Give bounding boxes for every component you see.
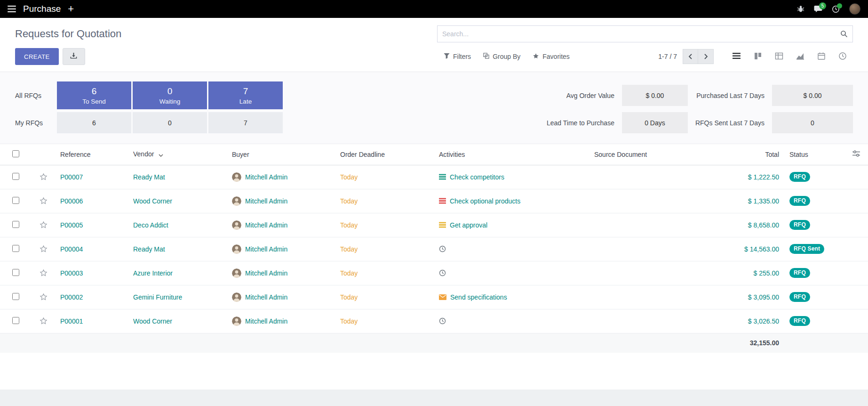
kpi-avg-order-value[interactable]: $ 0.00 <box>622 85 688 106</box>
reference-link[interactable]: P00005 <box>60 221 83 229</box>
activity-link[interactable]: Send specifications <box>450 293 507 301</box>
rfq-table-row[interactable]: P00005 Deco Addict Mitchell Admin Today … <box>0 213 868 237</box>
clock-icon[interactable] <box>439 269 446 276</box>
search-icon[interactable] <box>840 30 848 38</box>
activity-link[interactable]: Check optional products <box>450 197 520 205</box>
favorite-star-icon[interactable] <box>40 317 48 325</box>
header-vendor[interactable]: Vendor <box>129 144 228 165</box>
debug-bug-icon[interactable] <box>797 5 804 13</box>
reference-link[interactable]: P00002 <box>60 293 83 301</box>
row-checkbox[interactable] <box>12 221 19 228</box>
list-view-icon <box>732 51 741 62</box>
row-checkbox[interactable] <box>12 293 19 300</box>
buyer-link[interactable]: Mitchell Admin <box>245 317 287 325</box>
row-checkbox[interactable] <box>12 173 19 180</box>
vendor-link[interactable]: Ready Mat <box>133 245 165 253</box>
plus-icon[interactable]: + <box>68 4 74 14</box>
view-activity-button[interactable] <box>832 49 853 64</box>
rfq-table-row[interactable]: P00006 Wood Corner Mitchell Admin Today … <box>0 189 868 213</box>
vendor-link[interactable]: Wood Corner <box>133 317 172 325</box>
buyer-link[interactable]: Mitchell Admin <box>245 293 287 301</box>
activities-clock-icon[interactable] <box>832 5 840 13</box>
rfq-table-row[interactable]: P00002 Gemini Furniture Mitchell Admin T… <box>0 285 868 309</box>
apps-menu-icon[interactable] <box>8 6 16 12</box>
header-status[interactable]: Status <box>786 144 844 165</box>
reference-link[interactable]: P00007 <box>60 173 83 181</box>
tile-late[interactable]: 7 Late <box>208 81 283 109</box>
buyer-link[interactable]: Mitchell Admin <box>245 173 287 181</box>
buyer-link[interactable]: Mitchell Admin <box>245 221 287 229</box>
search-box[interactable] <box>437 25 853 42</box>
my-to-send-tile[interactable]: 6 <box>57 112 131 133</box>
clock-icon[interactable] <box>439 245 446 252</box>
app-name[interactable]: Purchase <box>23 4 61 14</box>
favorite-star-icon[interactable] <box>40 197 48 205</box>
tile-to-send[interactable]: 6 To Send <box>57 81 131 109</box>
row-checkbox[interactable] <box>12 269 19 276</box>
header-reference[interactable]: Reference <box>56 144 129 165</box>
favorite-star-icon[interactable] <box>40 173 48 181</box>
kpi-purchased-last-7-days[interactable]: $ 0.00 <box>772 85 853 106</box>
tasks-icon[interactable] <box>439 174 446 180</box>
vendor-link[interactable]: Azure Interior <box>133 269 173 277</box>
vendor-link[interactable]: Wood Corner <box>133 197 172 205</box>
optional-columns-button[interactable] <box>844 144 868 165</box>
buyer-avatar <box>232 172 241 182</box>
clock-icon[interactable] <box>439 317 446 325</box>
all-rfqs-label[interactable]: All RFQs <box>15 81 56 109</box>
kpi-rfqs-sent-last-7-days[interactable]: 0 <box>772 112 853 133</box>
kpi-lead-time[interactable]: 0 Days <box>622 112 688 133</box>
reference-link[interactable]: P00001 <box>60 317 83 325</box>
header-buyer[interactable]: Buyer <box>228 144 336 165</box>
row-checkbox[interactable] <box>12 245 19 252</box>
vendor-link[interactable]: Ready Mat <box>133 173 165 181</box>
user-avatar[interactable] <box>849 3 860 15</box>
my-rfqs-label[interactable]: My RFQs <box>15 112 56 133</box>
buyer-link[interactable]: Mitchell Admin <box>245 197 287 205</box>
my-waiting-tile[interactable]: 0 <box>133 112 207 133</box>
view-calendar-button[interactable] <box>811 49 832 64</box>
rfq-table-row[interactable]: P00007 Ready Mat Mitchell Admin Today Ch… <box>0 165 868 189</box>
header-order-deadline[interactable]: Order Deadline <box>336 144 435 165</box>
vendor-link[interactable]: Deco Addict <box>133 221 168 229</box>
reference-link[interactable]: P00006 <box>60 197 83 205</box>
tile-waiting[interactable]: 0 Waiting <box>133 81 207 109</box>
tasks-icon[interactable] <box>439 222 446 228</box>
rfq-table-row[interactable]: P00001 Wood Corner Mitchell Admin Today … <box>0 309 868 333</box>
reference-link[interactable]: P00004 <box>60 245 83 253</box>
pager-next-button[interactable] <box>698 49 714 64</box>
view-list-button[interactable] <box>726 49 747 64</box>
view-graph-button[interactable] <box>789 49 811 64</box>
activity-link[interactable]: Get approval <box>450 221 487 229</box>
buyer-link[interactable]: Mitchell Admin <box>245 269 287 277</box>
rfq-table-row[interactable]: P00003 Azure Interior Mitchell Admin Tod… <box>0 261 868 285</box>
group-by-button[interactable]: Group By <box>483 53 520 60</box>
view-kanban-button[interactable] <box>747 49 768 64</box>
activity-link[interactable]: Check competitors <box>450 173 504 181</box>
row-checkbox[interactable] <box>12 317 19 324</box>
reference-link[interactable]: P00003 <box>60 269 83 277</box>
header-activities[interactable]: Activities <box>435 144 590 165</box>
row-checkbox[interactable] <box>12 197 19 204</box>
export-button[interactable] <box>63 48 85 65</box>
buyer-link[interactable]: Mitchell Admin <box>245 245 287 253</box>
favorite-star-icon[interactable] <box>40 269 48 277</box>
header-total[interactable]: Total <box>708 144 786 165</box>
messages-icon[interactable]: 5 <box>814 5 822 13</box>
create-button[interactable]: CREATE <box>15 48 59 65</box>
favorite-star-icon[interactable] <box>40 293 48 301</box>
rfq-table-row[interactable]: P00004 Ready Mat Mitchell Admin Today $ … <box>0 237 868 261</box>
favorites-button[interactable]: Favorites <box>533 53 570 61</box>
view-pivot-button[interactable] <box>768 49 789 64</box>
my-late-tile[interactable]: 7 <box>208 112 283 133</box>
favorite-star-icon[interactable] <box>40 221 48 229</box>
pager-previous-button[interactable] <box>683 49 698 64</box>
tasks-icon[interactable] <box>439 198 446 204</box>
favorite-star-icon[interactable] <box>40 245 48 253</box>
vendor-link[interactable]: Gemini Furniture <box>133 293 182 301</box>
search-input[interactable] <box>442 30 840 38</box>
select-all-checkbox[interactable] <box>12 150 19 157</box>
envelope-icon[interactable] <box>439 294 446 300</box>
header-source-document[interactable]: Source Document <box>590 144 708 165</box>
filters-button[interactable]: Filters <box>444 53 471 60</box>
